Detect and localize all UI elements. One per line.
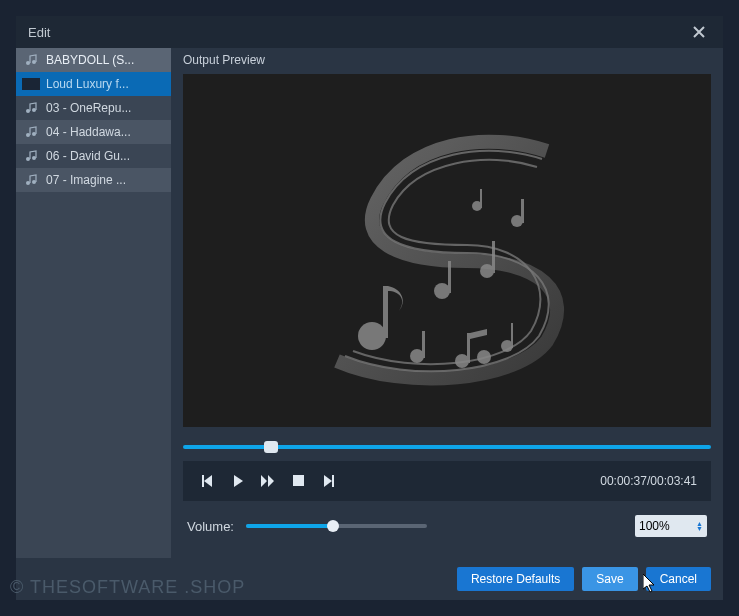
track-label: 07 - Imagine ...	[46, 173, 126, 187]
volume-row: Volume: 100% ▲▼	[183, 507, 711, 546]
svg-point-12	[434, 283, 450, 299]
svg-point-24	[477, 350, 491, 364]
svg-point-10	[358, 322, 386, 350]
spinner-icon: ▲▼	[696, 521, 703, 531]
track-list: BABYDOLL (S...Loud Luxury f...03 - OneRe…	[16, 48, 171, 558]
prev-button[interactable]	[197, 470, 219, 492]
track-item[interactable]: 07 - Imagine ...	[16, 168, 171, 192]
playback-controls: 00:00:37/00:03:41	[183, 461, 711, 500]
track-thumbnail	[22, 78, 40, 90]
svg-rect-17	[521, 199, 524, 223]
next-button[interactable]	[317, 470, 339, 492]
main-panel: Output Preview	[171, 48, 723, 558]
volume-label: Volume:	[187, 519, 234, 534]
svg-rect-27	[202, 475, 204, 487]
close-button[interactable]	[687, 20, 711, 44]
titlebar: Edit	[16, 16, 723, 48]
svg-point-2	[26, 109, 30, 113]
seek-slider[interactable]	[183, 445, 711, 449]
cancel-button[interactable]: Cancel	[646, 567, 711, 591]
music-icon	[22, 125, 40, 139]
preview-area	[183, 74, 711, 427]
volume-select[interactable]: 100% ▲▼	[635, 515, 707, 537]
music-artwork	[287, 111, 607, 391]
track-label: 04 - Haddawa...	[46, 125, 131, 139]
svg-point-14	[480, 264, 494, 278]
time-display: 00:00:37/00:03:41	[600, 474, 697, 488]
track-item[interactable]: Loud Luxury f...	[16, 72, 171, 96]
svg-point-0	[26, 61, 30, 65]
track-label: 06 - David Gu...	[46, 149, 130, 163]
track-label: 03 - OneRepu...	[46, 101, 131, 115]
track-item[interactable]: 03 - OneRepu...	[16, 96, 171, 120]
restore-defaults-button[interactable]: Restore Defaults	[457, 567, 574, 591]
edit-dialog: Edit BABYDOLL (S...Loud Luxury f...03 - …	[16, 16, 723, 600]
track-item[interactable]: 04 - Haddawa...	[16, 120, 171, 144]
track-label: BABYDOLL (S...	[46, 53, 134, 67]
svg-rect-15	[492, 241, 495, 273]
svg-rect-29	[332, 475, 334, 487]
preview-label: Output Preview	[183, 53, 265, 67]
music-icon	[22, 149, 40, 163]
stop-button[interactable]	[287, 470, 309, 492]
svg-rect-26	[511, 323, 513, 348]
seek-thumb[interactable]	[264, 441, 278, 453]
volume-slider[interactable]	[246, 524, 427, 528]
svg-rect-23	[467, 333, 470, 363]
svg-point-4	[26, 133, 30, 137]
track-item[interactable]: 06 - David Gu...	[16, 144, 171, 168]
svg-rect-19	[480, 189, 482, 208]
music-icon	[22, 101, 40, 115]
svg-point-8	[26, 181, 30, 185]
svg-rect-11	[383, 286, 388, 338]
music-icon	[22, 53, 40, 67]
track-item[interactable]: BABYDOLL (S...	[16, 48, 171, 72]
svg-point-22	[455, 354, 469, 368]
svg-rect-21	[422, 331, 425, 358]
fast-forward-button[interactable]	[257, 470, 279, 492]
volume-thumb[interactable]	[327, 520, 339, 532]
svg-point-6	[26, 157, 30, 161]
save-button[interactable]: Save	[582, 567, 637, 591]
music-icon	[22, 173, 40, 187]
window-title: Edit	[28, 25, 50, 40]
dialog-footer: Restore Defaults Save Cancel	[16, 558, 723, 600]
play-button[interactable]	[227, 470, 249, 492]
svg-rect-28	[293, 475, 304, 486]
track-label: Loud Luxury f...	[46, 77, 129, 91]
svg-rect-13	[448, 261, 451, 293]
svg-point-20	[410, 349, 424, 363]
